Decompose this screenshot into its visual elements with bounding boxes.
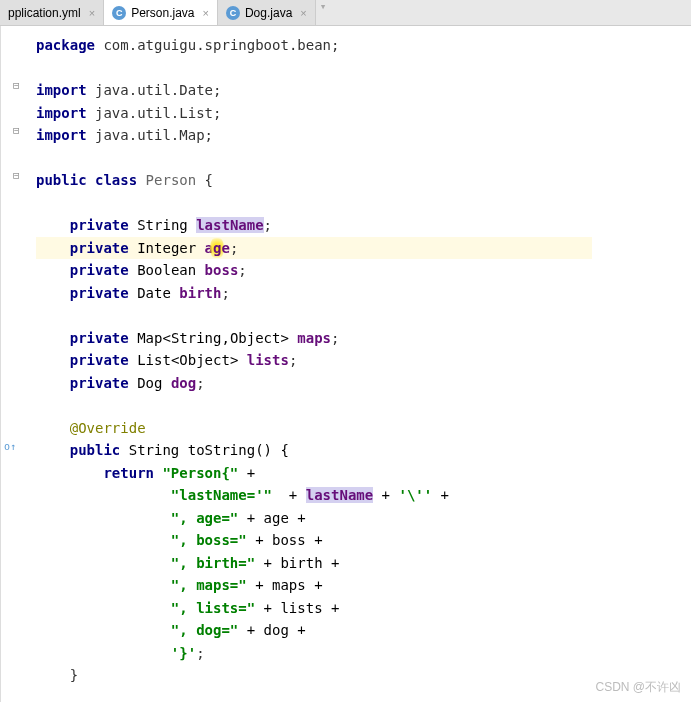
close-icon[interactable]: × <box>89 7 95 19</box>
field-age: age <box>205 240 230 256</box>
code-editor[interactable]: ⊟ ⊟ ⊟ o↑ package com.atguigu.springboot.… <box>0 26 691 702</box>
close-icon[interactable]: × <box>203 7 209 19</box>
keyword: private <box>70 352 129 368</box>
keyword: import <box>36 82 87 98</box>
watermark: CSDN @不许凶 <box>595 679 681 696</box>
fold-icon[interactable]: ⊟ <box>13 79 20 92</box>
keyword: public <box>70 442 121 458</box>
field-birth: birth <box>179 285 221 301</box>
tab-bar: pplication.yml × C Person.java × C Dog.j… <box>0 0 691 26</box>
keyword: public <box>36 172 87 188</box>
keyword: package <box>36 37 95 53</box>
code-area[interactable]: package com.atguigu.springboot.bean; imp… <box>36 34 691 687</box>
tab-dog-java[interactable]: C Dog.java × <box>218 0 316 25</box>
class-icon: C <box>226 6 240 20</box>
close-icon[interactable]: × <box>300 7 306 19</box>
fold-icon[interactable]: ⊟ <box>13 124 20 137</box>
keyword: private <box>70 217 129 233</box>
tab-label: Person.java <box>131 6 194 20</box>
field-lastname: lastName <box>196 217 263 233</box>
keyword: private <box>70 285 129 301</box>
field-dog: dog <box>171 375 196 391</box>
fold-icon[interactable]: ⊟ <box>13 169 20 182</box>
tab-application-yml[interactable]: pplication.yml × <box>0 0 104 25</box>
field-boss: boss <box>205 262 239 278</box>
annotation: @Override <box>70 420 146 436</box>
tab-label: pplication.yml <box>8 6 81 20</box>
keyword: import <box>36 105 87 121</box>
field-maps: maps <box>297 330 331 346</box>
keyword: private <box>70 262 129 278</box>
keyword: private <box>70 330 129 346</box>
tab-person-java[interactable]: C Person.java × <box>104 0 218 25</box>
override-icon[interactable]: o↑ <box>4 441 16 452</box>
keyword: import <box>36 127 87 143</box>
keyword: return <box>103 465 154 481</box>
keyword: private <box>70 375 129 391</box>
field-lastname-usage: lastName <box>306 487 373 503</box>
keyword: class <box>87 172 146 188</box>
keyword: private <box>70 240 129 256</box>
class-icon: C <box>112 6 126 20</box>
class-name: Person <box>146 172 197 188</box>
dropdown-icon[interactable]: ▾ <box>316 0 327 25</box>
tab-label: Dog.java <box>245 6 292 20</box>
field-lists: lists <box>247 352 289 368</box>
